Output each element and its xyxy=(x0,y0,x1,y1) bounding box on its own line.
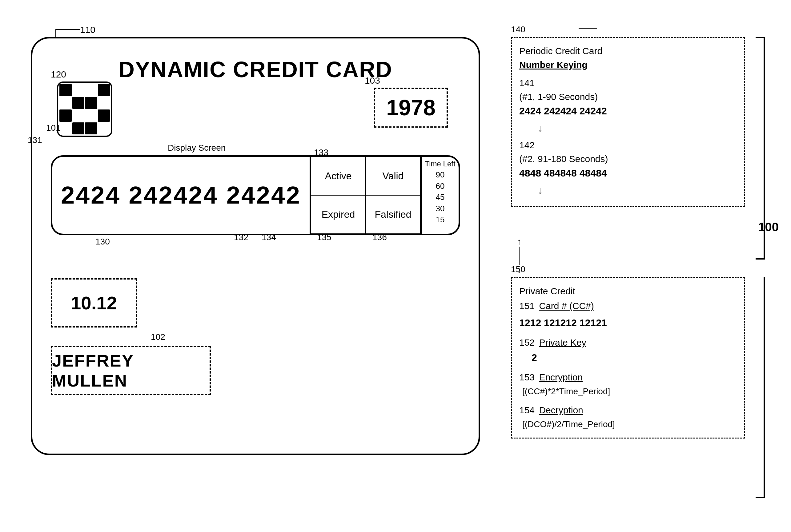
info-box-150: Private Credit 151 Card # (CC#) 1212 121… xyxy=(511,277,745,438)
ref-102-label: 102 xyxy=(151,332,165,342)
ref-100: 100 xyxy=(758,220,779,234)
decryption-label: Decryption xyxy=(539,405,583,415)
periodic-line3: (#2, 91-180 Seconds) xyxy=(519,152,737,166)
bracket-mid-h xyxy=(756,258,765,260)
card-title: DYNAMIC CREDIT CARD xyxy=(44,57,466,82)
chip xyxy=(57,81,112,137)
private-subtitle: Card # (CC#) xyxy=(539,301,594,311)
private-key-value: 2 xyxy=(532,350,737,366)
dynamic-number-box: 1978 xyxy=(374,88,448,128)
private-key-row: 152 Private Key xyxy=(519,335,737,350)
ref-142-label: 142 xyxy=(519,138,737,152)
chip-container xyxy=(57,81,112,137)
periodic-box-content: Periodic Credit Card Number Keying 141 (… xyxy=(519,44,737,198)
time-60: 60 xyxy=(436,180,445,192)
arrow-line-v xyxy=(519,247,519,265)
bracket-bottom xyxy=(764,277,765,498)
periodic-line2: 2424 242424 24242 xyxy=(519,103,737,118)
cardholder-name: JEFFREY MULLEN xyxy=(52,350,209,391)
arrow-up-indicator: ↑ xyxy=(517,237,521,247)
ref-140: 140 xyxy=(511,25,526,35)
ref-136: 136 xyxy=(372,232,387,242)
status-falsified: Falsified xyxy=(366,195,420,234)
decryption-row: 154 Decryption xyxy=(519,403,737,418)
periodic-title: Periodic Credit Card xyxy=(519,44,737,58)
right-panel: 140 Periodic Credit Card Number Keying 1… xyxy=(505,18,782,523)
time-values: 90 60 45 30 15 xyxy=(436,169,445,225)
balance-box: 10.12 xyxy=(51,278,137,327)
time-90: 90 xyxy=(436,169,445,180)
status-expired: Expired xyxy=(311,195,366,234)
ref-133: 133 xyxy=(314,148,328,157)
card-number-text: 2424 242424 24242 xyxy=(61,181,301,209)
status-valid: Valid xyxy=(366,157,420,195)
bracket-top xyxy=(764,37,765,258)
dynamic-number-text: 1978 xyxy=(386,95,436,120)
ref-130: 130 xyxy=(95,237,110,247)
arrow-down-2: ↓ xyxy=(538,183,737,198)
private-box-content: Private Credit 151 Card # (CC#) 1212 121… xyxy=(519,284,737,432)
display-screen-label: Display Screen xyxy=(168,143,226,153)
time-left-section: Time Left 90 60 45 30 15 xyxy=(422,157,459,234)
encryption-label: Encryption xyxy=(539,372,583,382)
ref-131: 131 xyxy=(28,135,42,145)
private-title: Private Credit xyxy=(519,284,737,299)
encryption-formula: [(CC#)*2*Time_Period] xyxy=(522,385,737,399)
cc-number: 1212 121212 12121 xyxy=(519,315,737,331)
encryption-row: 153 Encryption xyxy=(519,370,737,385)
ref-132: 132 xyxy=(234,232,249,242)
decryption-formula: [(DCO#)/2/Time_Period] xyxy=(522,418,737,432)
card-number-display: 2424 242424 24242 xyxy=(52,157,311,234)
arrow-down-1: ↓ xyxy=(538,121,737,136)
bracket-top-h xyxy=(756,37,765,38)
private-key-label: Private Key xyxy=(539,337,586,347)
time-left-label: Time Left xyxy=(425,160,455,168)
periodic-subtitle: Number Keying xyxy=(519,58,737,72)
ref-141-label: 141 xyxy=(519,76,737,90)
bracket-bottom-h xyxy=(756,497,765,498)
status-grid: Active Valid Expired Falsified xyxy=(311,157,422,234)
periodic-line1: (#1, 1-90 Seconds) xyxy=(519,90,737,103)
balance-text: 10.12 xyxy=(71,292,117,314)
ref-150: 150 xyxy=(511,264,526,274)
ref-135: 135 xyxy=(317,232,331,242)
periodic-line4: 4848 484848 48484 xyxy=(519,166,737,180)
private-subtitle-line: 151 Card # (CC#) xyxy=(519,299,737,314)
time-45: 45 xyxy=(436,192,445,203)
display-screen: 2424 242424 24242 Active Valid Expired F… xyxy=(51,155,460,235)
time-15: 15 xyxy=(436,214,445,225)
card-section: 110 DYNAMIC CREDIT CARD 120 103 1978 xyxy=(18,18,505,523)
ref-101-label: 101 xyxy=(46,123,61,133)
ref-103: 103 xyxy=(365,75,380,86)
ref-110: 110 xyxy=(80,25,95,35)
ref-134: 134 xyxy=(262,232,276,242)
name-box: JEFFREY MULLEN xyxy=(51,346,211,395)
time-30: 30 xyxy=(436,203,445,214)
ref-120: 120 xyxy=(51,69,66,80)
info-box-140: Periodic Credit Card Number Keying 141 (… xyxy=(511,37,745,207)
status-active: Active xyxy=(311,157,366,195)
display-screen-area: Display Screen 2424 242424 24242 Active … xyxy=(51,155,460,235)
